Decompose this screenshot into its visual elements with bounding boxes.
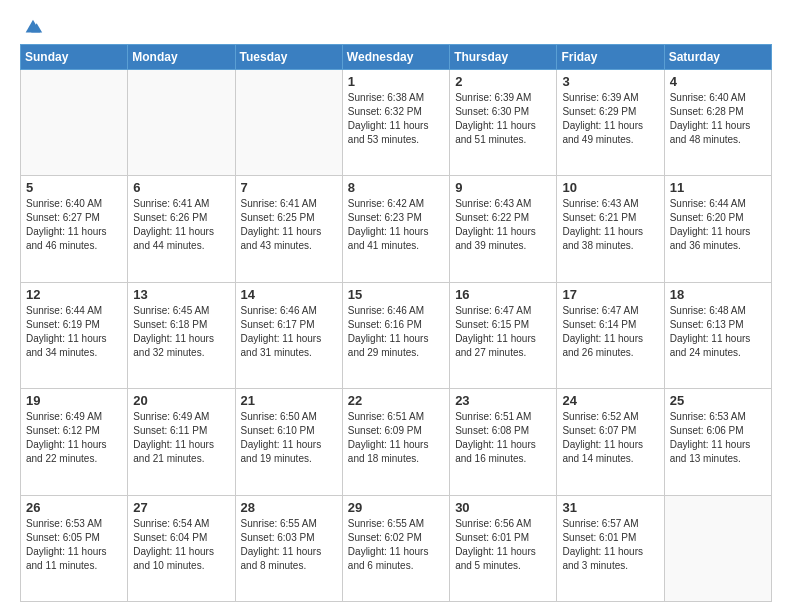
day-cell: 3Sunrise: 6:39 AMSunset: 6:29 PMDaylight… bbox=[557, 70, 664, 176]
day-info: Sunrise: 6:57 AMSunset: 6:01 PMDaylight:… bbox=[562, 517, 658, 573]
logo-icon bbox=[22, 16, 44, 38]
day-cell: 22Sunrise: 6:51 AMSunset: 6:09 PMDayligh… bbox=[342, 389, 449, 495]
day-cell: 11Sunrise: 6:44 AMSunset: 6:20 PMDayligh… bbox=[664, 176, 771, 282]
day-cell: 25Sunrise: 6:53 AMSunset: 6:06 PMDayligh… bbox=[664, 389, 771, 495]
day-cell: 27Sunrise: 6:54 AMSunset: 6:04 PMDayligh… bbox=[128, 495, 235, 601]
day-cell: 8Sunrise: 6:42 AMSunset: 6:23 PMDaylight… bbox=[342, 176, 449, 282]
day-cell: 5Sunrise: 6:40 AMSunset: 6:27 PMDaylight… bbox=[21, 176, 128, 282]
day-cell: 7Sunrise: 6:41 AMSunset: 6:25 PMDaylight… bbox=[235, 176, 342, 282]
day-cell: 28Sunrise: 6:55 AMSunset: 6:03 PMDayligh… bbox=[235, 495, 342, 601]
day-number: 27 bbox=[133, 500, 229, 515]
logo bbox=[20, 16, 44, 34]
weekday-saturday: Saturday bbox=[664, 45, 771, 70]
day-cell bbox=[235, 70, 342, 176]
weekday-wednesday: Wednesday bbox=[342, 45, 449, 70]
day-number: 26 bbox=[26, 500, 122, 515]
day-info: Sunrise: 6:53 AMSunset: 6:06 PMDaylight:… bbox=[670, 410, 766, 466]
day-info: Sunrise: 6:51 AMSunset: 6:09 PMDaylight:… bbox=[348, 410, 444, 466]
day-number: 17 bbox=[562, 287, 658, 302]
day-info: Sunrise: 6:51 AMSunset: 6:08 PMDaylight:… bbox=[455, 410, 551, 466]
day-info: Sunrise: 6:46 AMSunset: 6:16 PMDaylight:… bbox=[348, 304, 444, 360]
day-number: 14 bbox=[241, 287, 337, 302]
day-number: 28 bbox=[241, 500, 337, 515]
day-info: Sunrise: 6:45 AMSunset: 6:18 PMDaylight:… bbox=[133, 304, 229, 360]
day-info: Sunrise: 6:55 AMSunset: 6:03 PMDaylight:… bbox=[241, 517, 337, 573]
weekday-tuesday: Tuesday bbox=[235, 45, 342, 70]
week-row-5: 26Sunrise: 6:53 AMSunset: 6:05 PMDayligh… bbox=[21, 495, 772, 601]
day-number: 20 bbox=[133, 393, 229, 408]
week-row-4: 19Sunrise: 6:49 AMSunset: 6:12 PMDayligh… bbox=[21, 389, 772, 495]
day-number: 16 bbox=[455, 287, 551, 302]
day-number: 15 bbox=[348, 287, 444, 302]
day-info: Sunrise: 6:41 AMSunset: 6:25 PMDaylight:… bbox=[241, 197, 337, 253]
day-number: 31 bbox=[562, 500, 658, 515]
header bbox=[20, 16, 772, 34]
day-number: 29 bbox=[348, 500, 444, 515]
day-cell: 23Sunrise: 6:51 AMSunset: 6:08 PMDayligh… bbox=[450, 389, 557, 495]
day-number: 9 bbox=[455, 180, 551, 195]
day-info: Sunrise: 6:53 AMSunset: 6:05 PMDaylight:… bbox=[26, 517, 122, 573]
page: SundayMondayTuesdayWednesdayThursdayFrid… bbox=[0, 0, 792, 612]
day-info: Sunrise: 6:47 AMSunset: 6:15 PMDaylight:… bbox=[455, 304, 551, 360]
day-cell: 1Sunrise: 6:38 AMSunset: 6:32 PMDaylight… bbox=[342, 70, 449, 176]
day-cell: 30Sunrise: 6:56 AMSunset: 6:01 PMDayligh… bbox=[450, 495, 557, 601]
day-info: Sunrise: 6:40 AMSunset: 6:28 PMDaylight:… bbox=[670, 91, 766, 147]
day-info: Sunrise: 6:39 AMSunset: 6:29 PMDaylight:… bbox=[562, 91, 658, 147]
day-cell: 26Sunrise: 6:53 AMSunset: 6:05 PMDayligh… bbox=[21, 495, 128, 601]
day-info: Sunrise: 6:38 AMSunset: 6:32 PMDaylight:… bbox=[348, 91, 444, 147]
day-cell: 19Sunrise: 6:49 AMSunset: 6:12 PMDayligh… bbox=[21, 389, 128, 495]
day-number: 7 bbox=[241, 180, 337, 195]
calendar: SundayMondayTuesdayWednesdayThursdayFrid… bbox=[20, 44, 772, 602]
day-cell: 12Sunrise: 6:44 AMSunset: 6:19 PMDayligh… bbox=[21, 282, 128, 388]
weekday-friday: Friday bbox=[557, 45, 664, 70]
day-cell: 4Sunrise: 6:40 AMSunset: 6:28 PMDaylight… bbox=[664, 70, 771, 176]
day-cell bbox=[128, 70, 235, 176]
day-cell: 24Sunrise: 6:52 AMSunset: 6:07 PMDayligh… bbox=[557, 389, 664, 495]
day-info: Sunrise: 6:49 AMSunset: 6:12 PMDaylight:… bbox=[26, 410, 122, 466]
day-info: Sunrise: 6:46 AMSunset: 6:17 PMDaylight:… bbox=[241, 304, 337, 360]
day-info: Sunrise: 6:48 AMSunset: 6:13 PMDaylight:… bbox=[670, 304, 766, 360]
day-number: 23 bbox=[455, 393, 551, 408]
day-number: 6 bbox=[133, 180, 229, 195]
day-info: Sunrise: 6:55 AMSunset: 6:02 PMDaylight:… bbox=[348, 517, 444, 573]
day-info: Sunrise: 6:50 AMSunset: 6:10 PMDaylight:… bbox=[241, 410, 337, 466]
weekday-header-row: SundayMondayTuesdayWednesdayThursdayFrid… bbox=[21, 45, 772, 70]
day-cell: 20Sunrise: 6:49 AMSunset: 6:11 PMDayligh… bbox=[128, 389, 235, 495]
day-info: Sunrise: 6:43 AMSunset: 6:22 PMDaylight:… bbox=[455, 197, 551, 253]
day-number: 21 bbox=[241, 393, 337, 408]
day-cell: 18Sunrise: 6:48 AMSunset: 6:13 PMDayligh… bbox=[664, 282, 771, 388]
day-cell: 14Sunrise: 6:46 AMSunset: 6:17 PMDayligh… bbox=[235, 282, 342, 388]
day-info: Sunrise: 6:39 AMSunset: 6:30 PMDaylight:… bbox=[455, 91, 551, 147]
day-number: 1 bbox=[348, 74, 444, 89]
day-info: Sunrise: 6:43 AMSunset: 6:21 PMDaylight:… bbox=[562, 197, 658, 253]
weekday-thursday: Thursday bbox=[450, 45, 557, 70]
day-cell: 2Sunrise: 6:39 AMSunset: 6:30 PMDaylight… bbox=[450, 70, 557, 176]
day-info: Sunrise: 6:52 AMSunset: 6:07 PMDaylight:… bbox=[562, 410, 658, 466]
day-cell: 29Sunrise: 6:55 AMSunset: 6:02 PMDayligh… bbox=[342, 495, 449, 601]
day-number: 3 bbox=[562, 74, 658, 89]
day-number: 19 bbox=[26, 393, 122, 408]
day-number: 10 bbox=[562, 180, 658, 195]
day-info: Sunrise: 6:49 AMSunset: 6:11 PMDaylight:… bbox=[133, 410, 229, 466]
weekday-sunday: Sunday bbox=[21, 45, 128, 70]
day-cell: 31Sunrise: 6:57 AMSunset: 6:01 PMDayligh… bbox=[557, 495, 664, 601]
week-row-1: 1Sunrise: 6:38 AMSunset: 6:32 PMDaylight… bbox=[21, 70, 772, 176]
weekday-monday: Monday bbox=[128, 45, 235, 70]
day-info: Sunrise: 6:54 AMSunset: 6:04 PMDaylight:… bbox=[133, 517, 229, 573]
day-number: 4 bbox=[670, 74, 766, 89]
day-number: 2 bbox=[455, 74, 551, 89]
day-number: 18 bbox=[670, 287, 766, 302]
day-cell: 9Sunrise: 6:43 AMSunset: 6:22 PMDaylight… bbox=[450, 176, 557, 282]
day-number: 24 bbox=[562, 393, 658, 408]
day-number: 8 bbox=[348, 180, 444, 195]
day-info: Sunrise: 6:44 AMSunset: 6:20 PMDaylight:… bbox=[670, 197, 766, 253]
week-row-3: 12Sunrise: 6:44 AMSunset: 6:19 PMDayligh… bbox=[21, 282, 772, 388]
day-cell: 10Sunrise: 6:43 AMSunset: 6:21 PMDayligh… bbox=[557, 176, 664, 282]
day-info: Sunrise: 6:56 AMSunset: 6:01 PMDaylight:… bbox=[455, 517, 551, 573]
day-cell: 16Sunrise: 6:47 AMSunset: 6:15 PMDayligh… bbox=[450, 282, 557, 388]
day-info: Sunrise: 6:42 AMSunset: 6:23 PMDaylight:… bbox=[348, 197, 444, 253]
day-number: 13 bbox=[133, 287, 229, 302]
day-cell bbox=[664, 495, 771, 601]
day-info: Sunrise: 6:40 AMSunset: 6:27 PMDaylight:… bbox=[26, 197, 122, 253]
week-row-2: 5Sunrise: 6:40 AMSunset: 6:27 PMDaylight… bbox=[21, 176, 772, 282]
